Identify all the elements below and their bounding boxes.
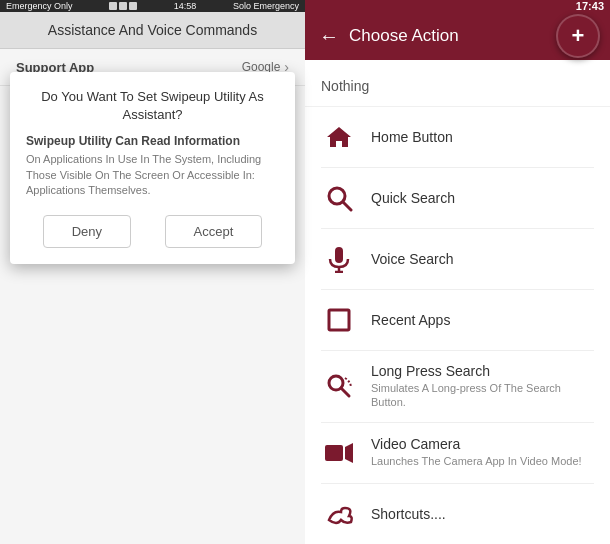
shortcuts-text: Shortcuts....: [371, 506, 594, 522]
video-camera-text: Video Camera Launches The Camera App In …: [371, 436, 594, 468]
home-action-text: Home Button: [371, 129, 594, 145]
dialog-text: On Applications In Use In The System, In…: [26, 152, 279, 198]
accept-button[interactable]: Accept: [165, 215, 263, 248]
deny-button[interactable]: Deny: [43, 215, 131, 248]
back-arrow-icon[interactable]: ←: [319, 25, 339, 48]
action-item-voice-search[interactable]: Voice Search: [305, 229, 610, 289]
recent-apps-text: Recent Apps: [371, 312, 594, 328]
right-status-bar: 17:43: [305, 0, 610, 12]
assistant-dialog: Do You Want To Set Swipeup Utility As As…: [10, 72, 295, 264]
action-item-recent-apps[interactable]: Recent Apps: [305, 290, 610, 350]
nothing-label: Nothing: [321, 78, 369, 94]
svg-rect-8: [325, 445, 343, 461]
quick-search-label: Quick Search: [371, 190, 594, 206]
right-panel: ← Choose Action + Nothing Home Button: [305, 12, 610, 544]
svg-rect-5: [329, 310, 349, 330]
home-action-icon: [321, 119, 357, 155]
emergency-label: Solo Emergency: [233, 1, 299, 11]
action-item-long-press[interactable]: Long Press Search Simulates A Long-press…: [305, 351, 610, 422]
shortcuts-label: Shortcuts....: [371, 506, 594, 522]
square-action-icon: [321, 302, 357, 338]
svg-marker-9: [345, 443, 353, 463]
left-status-text: Emergency Only: [6, 1, 73, 11]
svg-line-1: [343, 202, 351, 210]
video-camera-icon: [321, 435, 357, 471]
signal-icon: [109, 2, 117, 10]
left-status-icons: [109, 2, 137, 10]
left-panel-header: Assistance And Voice Commands: [0, 12, 305, 49]
long-press-sublabel: Simulates A Long-press Of The Search But…: [371, 381, 594, 410]
action-list: Nothing Home Button: [305, 60, 610, 544]
dialog-title: Do You Want To Set Swipeup Utility As As…: [26, 88, 279, 124]
right-time: 17:43: [576, 0, 604, 12]
left-status-bar: Emergency Only 14:58 Solo Emergency: [0, 0, 305, 12]
nothing-item[interactable]: Nothing: [305, 66, 610, 107]
voice-search-text: Voice Search: [371, 251, 594, 267]
left-panel: Assistance And Voice Commands Support Ap…: [0, 12, 305, 544]
search-action-icon: [321, 180, 357, 216]
home-action-label: Home Button: [371, 129, 594, 145]
plus-icon: +: [572, 25, 585, 47]
svg-line-7: [341, 388, 349, 396]
left-time: 14:58: [174, 1, 197, 11]
svg-rect-2: [335, 247, 343, 263]
shortcut-icon: [321, 496, 357, 532]
action-item-home[interactable]: Home Button: [305, 107, 610, 167]
video-camera-sublabel: Launches The Camera App In Video Mode!: [371, 454, 594, 468]
long-press-text: Long Press Search Simulates A Long-press…: [371, 363, 594, 410]
action-item-quick-search[interactable]: Quick Search: [305, 168, 610, 228]
long-press-label: Long Press Search: [371, 363, 594, 379]
long-press-search-icon: [321, 368, 357, 404]
mic-action-icon: [321, 241, 357, 277]
dialog-body: Swipeup Utility Can Read Information: [26, 134, 279, 148]
dialog-buttons: Deny Accept: [26, 215, 279, 248]
wifi-icon: [119, 2, 127, 10]
recent-apps-label: Recent Apps: [371, 312, 594, 328]
right-header: ← Choose Action +: [305, 12, 610, 60]
video-camera-label: Video Camera: [371, 436, 594, 452]
quick-search-text: Quick Search: [371, 190, 594, 206]
voice-search-label: Voice Search: [371, 251, 594, 267]
action-item-video-camera[interactable]: Video Camera Launches The Camera App In …: [305, 423, 610, 483]
action-item-shortcuts[interactable]: Shortcuts....: [305, 484, 610, 544]
battery-icon: [129, 2, 137, 10]
add-fab-button[interactable]: +: [556, 14, 600, 58]
right-panel-title: Choose Action: [349, 26, 546, 46]
